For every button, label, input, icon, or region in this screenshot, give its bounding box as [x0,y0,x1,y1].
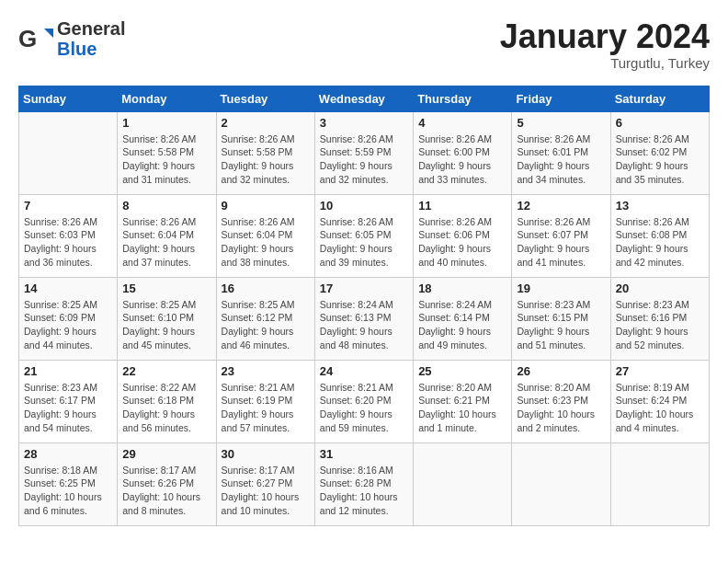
daylight-text: Daylight: 9 hours and 42 minutes. [616,243,688,268]
day-number: 26 [517,364,605,378]
calendar-cell: 22 Sunrise: 8:22 AM Sunset: 6:18 PM Dayl… [118,360,216,442]
calendar-table: Sunday Monday Tuesday Wednesday Thursday… [18,86,710,526]
calendar-cell: 29 Sunrise: 8:17 AM Sunset: 6:26 PM Dayl… [118,442,216,525]
page-header: G General Blue January 2024 Turgutlu, Tu… [18,18,710,71]
sunset-text: Sunset: 5:59 PM [320,146,392,157]
sunset-text: Sunset: 6:23 PM [517,395,588,406]
sunrise-text: Sunrise: 8:20 AM [517,382,590,393]
sunrise-text: Sunrise: 8:17 AM [222,465,295,476]
sunrise-text: Sunrise: 8:24 AM [320,299,393,310]
sunset-text: Sunset: 6:04 PM [222,229,293,240]
day-info: Sunrise: 8:17 AM Sunset: 6:26 PM Dayligh… [122,464,210,518]
day-number: 12 [517,199,605,213]
day-info: Sunrise: 8:25 AM Sunset: 6:10 PM Dayligh… [122,298,210,352]
daylight-text: Daylight: 9 hours and 36 minutes. [24,243,97,268]
sunset-text: Sunset: 6:17 PM [24,395,96,406]
location: Turgutlu, Turkey [500,55,710,71]
day-number: 5 [517,116,605,130]
day-info: Sunrise: 8:26 AM Sunset: 6:05 PM Dayligh… [320,215,408,270]
day-info: Sunrise: 8:26 AM Sunset: 6:02 PM Dayligh… [616,132,704,187]
daylight-text: Daylight: 9 hours and 37 minutes. [122,243,195,268]
calendar-cell: 3 Sunrise: 8:26 AM Sunset: 5:59 PM Dayli… [314,111,413,194]
sunrise-text: Sunrise: 8:25 AM [222,299,295,310]
calendar-cell: 11 Sunrise: 8:26 AM Sunset: 6:06 PM Dayl… [414,194,512,277]
calendar-cell [19,111,118,194]
daylight-text: Daylight: 9 hours and 32 minutes. [222,160,294,185]
sunrise-text: Sunrise: 8:23 AM [616,299,689,310]
day-info: Sunrise: 8:26 AM Sunset: 6:07 PM Dayligh… [517,215,605,270]
sunrise-text: Sunrise: 8:21 AM [320,382,393,393]
daylight-text: Daylight: 9 hours and 32 minutes. [320,160,392,185]
sunset-text: Sunset: 6:00 PM [418,146,490,157]
day-info: Sunrise: 8:26 AM Sunset: 6:00 PM Dayligh… [418,132,506,187]
sunrise-text: Sunrise: 8:23 AM [24,382,97,393]
daylight-text: Daylight: 9 hours and 38 minutes. [222,243,294,268]
sunrise-text: Sunrise: 8:23 AM [517,299,590,310]
calendar-cell: 26 Sunrise: 8:20 AM Sunset: 6:23 PM Dayl… [512,360,610,442]
day-info: Sunrise: 8:26 AM Sunset: 6:03 PM Dayligh… [24,215,112,270]
sunrise-text: Sunrise: 8:26 AM [122,133,196,144]
daylight-text: Daylight: 9 hours and 33 minutes. [418,160,491,185]
logo: G General Blue [18,18,125,59]
daylight-text: Daylight: 9 hours and 59 minutes. [320,408,392,433]
calendar-cell: 5 Sunrise: 8:26 AM Sunset: 6:01 PM Dayli… [512,111,610,194]
day-number: 13 [616,199,704,213]
calendar-cell: 7 Sunrise: 8:26 AM Sunset: 6:03 PM Dayli… [19,194,118,277]
calendar-cell: 27 Sunrise: 8:19 AM Sunset: 6:24 PM Dayl… [610,360,709,442]
calendar-cell: 31 Sunrise: 8:16 AM Sunset: 6:28 PM Dayl… [314,442,413,525]
day-number: 24 [320,364,408,378]
sunset-text: Sunset: 6:27 PM [222,477,293,488]
sunrise-text: Sunrise: 8:26 AM [122,216,196,227]
sunrise-text: Sunrise: 8:19 AM [616,382,689,393]
sunset-text: Sunset: 5:58 PM [222,146,293,157]
daylight-text: Daylight: 10 hours and 12 minutes. [320,491,398,516]
calendar-cell: 30 Sunrise: 8:17 AM Sunset: 6:27 PM Dayl… [216,442,314,525]
day-number: 28 [24,447,112,461]
sunrise-text: Sunrise: 8:26 AM [517,216,590,227]
daylight-text: Daylight: 9 hours and 31 minutes. [122,160,195,185]
calendar-cell: 12 Sunrise: 8:26 AM Sunset: 6:07 PM Dayl… [512,194,610,277]
svg-marker-1 [44,29,53,38]
calendar-cell: 8 Sunrise: 8:26 AM Sunset: 6:04 PM Dayli… [118,194,216,277]
daylight-text: Daylight: 9 hours and 44 minutes. [24,326,97,350]
daylight-text: Daylight: 9 hours and 45 minutes. [122,326,195,350]
day-info: Sunrise: 8:22 AM Sunset: 6:18 PM Dayligh… [122,381,210,435]
daylight-text: Daylight: 9 hours and 39 minutes. [320,243,392,268]
day-info: Sunrise: 8:23 AM Sunset: 6:15 PM Dayligh… [517,298,605,352]
day-number: 3 [320,116,408,130]
day-info: Sunrise: 8:18 AM Sunset: 6:25 PM Dayligh… [24,464,112,518]
daylight-text: Daylight: 9 hours and 49 minutes. [418,326,491,350]
calendar-header-row: Sunday Monday Tuesday Wednesday Thursday… [19,86,710,111]
sunrise-text: Sunrise: 8:17 AM [122,465,196,476]
svg-text:G: G [18,25,37,52]
calendar-cell: 23 Sunrise: 8:21 AM Sunset: 6:19 PM Dayl… [216,360,314,442]
daylight-text: Daylight: 9 hours and 54 minutes. [24,408,97,433]
calendar-cell: 15 Sunrise: 8:25 AM Sunset: 6:10 PM Dayl… [118,277,216,360]
day-info: Sunrise: 8:21 AM Sunset: 6:19 PM Dayligh… [222,381,310,435]
sunset-text: Sunset: 6:07 PM [517,229,588,240]
header-wednesday: Wednesday [314,86,413,111]
sunset-text: Sunset: 6:04 PM [122,229,194,240]
day-number: 22 [122,364,210,378]
calendar-cell: 13 Sunrise: 8:26 AM Sunset: 6:08 PM Dayl… [610,194,709,277]
calendar-cell: 28 Sunrise: 8:18 AM Sunset: 6:25 PM Dayl… [19,442,118,525]
logo-icon: G [18,21,53,56]
day-number: 14 [24,282,112,295]
day-info: Sunrise: 8:23 AM Sunset: 6:16 PM Dayligh… [616,298,704,352]
daylight-text: Daylight: 10 hours and 10 minutes. [222,491,300,516]
daylight-text: Daylight: 10 hours and 6 minutes. [24,491,102,516]
day-number: 6 [616,116,704,130]
sunrise-text: Sunrise: 8:18 AM [24,465,97,476]
day-number: 29 [122,447,210,461]
day-number: 10 [320,199,408,213]
daylight-text: Daylight: 9 hours and 41 minutes. [517,243,589,268]
sunset-text: Sunset: 6:13 PM [320,312,392,323]
day-info: Sunrise: 8:26 AM Sunset: 5:59 PM Dayligh… [320,132,408,187]
sunrise-text: Sunrise: 8:26 AM [320,216,393,227]
day-number: 21 [24,364,112,378]
calendar-cell: 17 Sunrise: 8:24 AM Sunset: 6:13 PM Dayl… [314,277,413,360]
sunrise-text: Sunrise: 8:25 AM [122,299,196,310]
day-info: Sunrise: 8:24 AM Sunset: 6:13 PM Dayligh… [320,298,408,352]
day-info: Sunrise: 8:17 AM Sunset: 6:27 PM Dayligh… [222,464,310,518]
day-number: 15 [122,282,210,295]
